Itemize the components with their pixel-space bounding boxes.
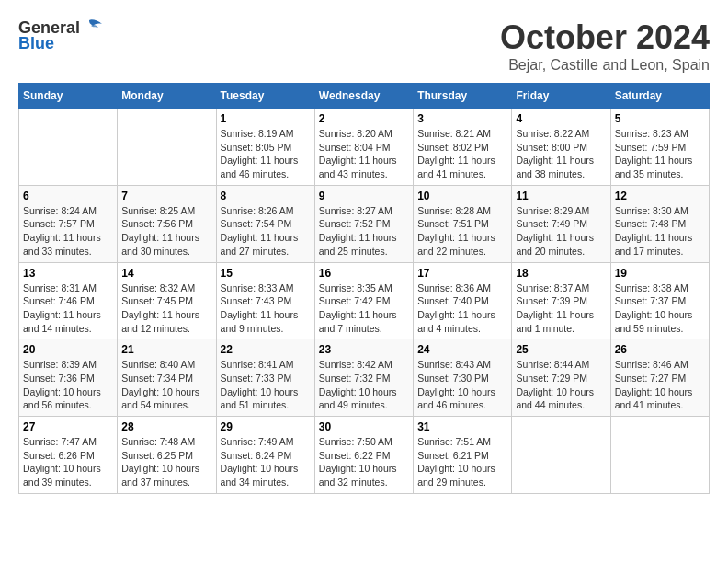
location-title: Bejar, Castille and Leon, Spain (500, 57, 710, 74)
page-header: General Blue October 2024 Bejar, Castill… (18, 18, 710, 74)
day-number: 11 (516, 190, 606, 202)
col-friday: Friday (512, 84, 610, 109)
calendar-cell: 16Sunrise: 8:35 AM Sunset: 7:42 PM Dayli… (314, 262, 413, 339)
day-info: Sunrise: 8:40 AM Sunset: 7:34 PM Dayligh… (121, 358, 211, 412)
day-info: Sunrise: 8:23 AM Sunset: 7:59 PM Dayligh… (615, 127, 705, 181)
day-info: Sunrise: 8:42 AM Sunset: 7:32 PM Dayligh… (319, 358, 409, 412)
day-info: Sunrise: 8:25 AM Sunset: 7:56 PM Dayligh… (121, 204, 211, 259)
logo: General Blue (18, 18, 102, 53)
logo-blue-text: Blue (18, 34, 54, 53)
day-number: 12 (615, 190, 705, 202)
day-info: Sunrise: 8:22 AM Sunset: 8:00 PM Dayligh… (516, 127, 606, 181)
day-number: 15 (221, 267, 311, 280)
day-info: Sunrise: 8:44 AM Sunset: 7:29 PM Dayligh… (516, 358, 606, 412)
day-info: Sunrise: 8:37 AM Sunset: 7:39 PM Dayligh… (516, 282, 606, 336)
day-number: 18 (516, 267, 606, 280)
day-info: Sunrise: 7:50 AM Sunset: 6:22 PM Dayligh… (319, 435, 409, 489)
calendar-cell: 11Sunrise: 8:29 AM Sunset: 7:49 PM Dayli… (512, 185, 610, 262)
day-number: 13 (23, 267, 113, 280)
calendar-cell: 3Sunrise: 8:21 AM Sunset: 8:02 PM Daylig… (414, 109, 512, 186)
col-thursday: Thursday (414, 84, 512, 109)
day-number: 30 (319, 420, 409, 433)
day-number: 14 (121, 267, 211, 280)
day-number: 7 (121, 190, 211, 202)
calendar-week-row: 6Sunrise: 8:24 AM Sunset: 7:57 PM Daylig… (19, 185, 710, 262)
day-number: 16 (319, 267, 409, 280)
calendar-cell: 25Sunrise: 8:44 AM Sunset: 7:29 PM Dayli… (512, 339, 610, 417)
calendar-cell: 13Sunrise: 8:31 AM Sunset: 7:46 PM Dayli… (19, 262, 118, 339)
day-info: Sunrise: 8:21 AM Sunset: 8:02 PM Dayligh… (417, 127, 507, 181)
calendar-cell: 31Sunrise: 7:51 AM Sunset: 6:21 PM Dayli… (414, 417, 512, 494)
day-number: 20 (23, 343, 113, 356)
col-sunday: Sunday (19, 84, 118, 109)
calendar-cell: 7Sunrise: 8:25 AM Sunset: 7:56 PM Daylig… (118, 185, 216, 262)
calendar-cell: 12Sunrise: 8:30 AM Sunset: 7:48 PM Dayli… (610, 185, 709, 262)
calendar-cell: 23Sunrise: 8:42 AM Sunset: 7:32 PM Dayli… (314, 339, 413, 417)
calendar-week-row: 1Sunrise: 8:19 AM Sunset: 8:05 PM Daylig… (19, 109, 710, 186)
day-info: Sunrise: 7:49 AM Sunset: 6:24 PM Dayligh… (221, 435, 311, 489)
col-saturday: Saturday (610, 84, 709, 109)
day-info: Sunrise: 8:35 AM Sunset: 7:42 PM Dayligh… (319, 282, 409, 336)
calendar-cell: 21Sunrise: 8:40 AM Sunset: 7:34 PM Dayli… (118, 339, 216, 417)
day-info: Sunrise: 8:46 AM Sunset: 7:27 PM Dayligh… (615, 358, 705, 412)
calendar-cell: 27Sunrise: 7:47 AM Sunset: 6:26 PM Dayli… (19, 417, 118, 494)
col-tuesday: Tuesday (216, 84, 314, 109)
day-info: Sunrise: 8:29 AM Sunset: 7:49 PM Dayligh… (516, 204, 606, 259)
day-number: 6 (23, 190, 113, 202)
calendar-cell: 19Sunrise: 8:38 AM Sunset: 7:37 PM Dayli… (610, 262, 709, 339)
calendar-cell (610, 417, 709, 494)
calendar-cell: 15Sunrise: 8:33 AM Sunset: 7:43 PM Dayli… (216, 262, 314, 339)
day-info: Sunrise: 8:36 AM Sunset: 7:40 PM Dayligh… (417, 282, 507, 336)
day-number: 3 (417, 112, 507, 125)
calendar-cell: 26Sunrise: 8:46 AM Sunset: 7:27 PM Dayli… (610, 339, 709, 417)
calendar-cell: 6Sunrise: 8:24 AM Sunset: 7:57 PM Daylig… (19, 185, 118, 262)
day-info: Sunrise: 8:20 AM Sunset: 8:04 PM Dayligh… (319, 127, 409, 181)
day-number: 9 (319, 190, 409, 202)
day-number: 4 (516, 112, 606, 125)
day-number: 8 (221, 190, 311, 202)
calendar-header-row: Sunday Monday Tuesday Wednesday Thursday… (19, 84, 710, 109)
day-info: Sunrise: 8:41 AM Sunset: 7:33 PM Dayligh… (221, 358, 311, 412)
day-info: Sunrise: 8:33 AM Sunset: 7:43 PM Dayligh… (221, 282, 311, 336)
day-number: 10 (417, 190, 507, 202)
day-info: Sunrise: 8:19 AM Sunset: 8:05 PM Dayligh… (221, 127, 311, 181)
calendar-cell: 4Sunrise: 8:22 AM Sunset: 8:00 PM Daylig… (512, 109, 610, 186)
day-number: 5 (615, 112, 705, 125)
col-wednesday: Wednesday (314, 84, 413, 109)
day-info: Sunrise: 8:43 AM Sunset: 7:30 PM Dayligh… (417, 358, 507, 412)
calendar-cell: 30Sunrise: 7:50 AM Sunset: 6:22 PM Dayli… (314, 417, 413, 494)
month-title: October 2024 (500, 18, 710, 57)
calendar-cell: 24Sunrise: 8:43 AM Sunset: 7:30 PM Dayli… (414, 339, 512, 417)
calendar-week-row: 13Sunrise: 8:31 AM Sunset: 7:46 PM Dayli… (19, 262, 710, 339)
day-info: Sunrise: 8:24 AM Sunset: 7:57 PM Dayligh… (23, 204, 113, 259)
calendar-cell: 29Sunrise: 7:49 AM Sunset: 6:24 PM Dayli… (216, 417, 314, 494)
day-number: 26 (615, 343, 705, 356)
day-number: 1 (221, 112, 311, 125)
calendar-cell: 20Sunrise: 8:39 AM Sunset: 7:36 PM Dayli… (19, 339, 118, 417)
day-info: Sunrise: 8:26 AM Sunset: 7:54 PM Dayligh… (221, 204, 311, 259)
calendar-cell (512, 417, 610, 494)
day-number: 31 (417, 420, 507, 433)
calendar-cell: 14Sunrise: 8:32 AM Sunset: 7:45 PM Dayli… (118, 262, 216, 339)
day-info: Sunrise: 8:28 AM Sunset: 7:51 PM Dayligh… (417, 204, 507, 259)
day-info: Sunrise: 8:27 AM Sunset: 7:52 PM Dayligh… (319, 204, 409, 259)
calendar-cell: 9Sunrise: 8:27 AM Sunset: 7:52 PM Daylig… (314, 185, 413, 262)
calendar-week-row: 27Sunrise: 7:47 AM Sunset: 6:26 PM Dayli… (19, 417, 710, 494)
day-info: Sunrise: 7:48 AM Sunset: 6:25 PM Dayligh… (121, 435, 211, 489)
calendar-cell: 18Sunrise: 8:37 AM Sunset: 7:39 PM Dayli… (512, 262, 610, 339)
title-area: October 2024 Bejar, Castille and Leon, S… (500, 18, 710, 74)
day-number: 2 (319, 112, 409, 125)
day-number: 27 (23, 420, 113, 433)
day-info: Sunrise: 8:38 AM Sunset: 7:37 PM Dayligh… (615, 282, 705, 336)
day-number: 28 (121, 420, 211, 433)
day-info: Sunrise: 8:30 AM Sunset: 7:48 PM Dayligh… (615, 204, 705, 259)
day-info: Sunrise: 7:51 AM Sunset: 6:21 PM Dayligh… (417, 435, 507, 489)
day-number: 29 (221, 420, 311, 433)
calendar-cell: 8Sunrise: 8:26 AM Sunset: 7:54 PM Daylig… (216, 185, 314, 262)
calendar-cell (19, 109, 118, 186)
day-info: Sunrise: 8:31 AM Sunset: 7:46 PM Dayligh… (23, 282, 113, 336)
col-monday: Monday (118, 84, 216, 109)
day-number: 22 (221, 343, 311, 356)
calendar-week-row: 20Sunrise: 8:39 AM Sunset: 7:36 PM Dayli… (19, 339, 710, 417)
calendar-cell: 1Sunrise: 8:19 AM Sunset: 8:05 PM Daylig… (216, 109, 314, 186)
